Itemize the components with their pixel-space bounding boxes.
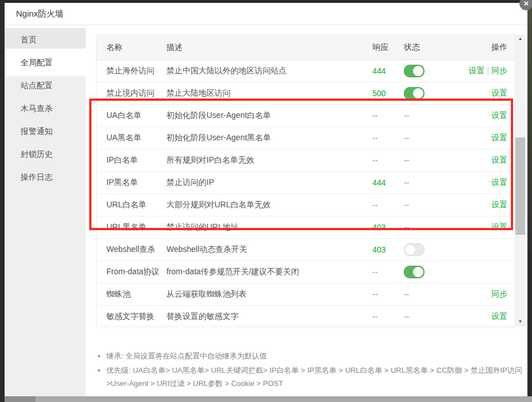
horizontal-scrollbar[interactable] [5, 396, 532, 402]
table-row: 蜘蛛池 从云端获取蜘蛛池列表 -- -- 同步 [97, 283, 515, 306]
rule-name: 蜘蛛池 [97, 289, 166, 299]
table-row: URL白名单 大部分规则对URL白名单无效 -- -- 设置 [97, 194, 515, 216]
scrollbar-thumb[interactable] [515, 137, 525, 235]
rule-name: 禁止境内访问 [97, 88, 166, 98]
response-code: -- [372, 111, 378, 120]
rule-name: 敏感文字替换 [97, 312, 166, 322]
sync-link[interactable]: 同步 [491, 66, 507, 75]
rule-name: UA白名单 [97, 111, 166, 121]
status-empty: -- [404, 156, 409, 165]
rule-name: IP黑名单 [97, 178, 166, 188]
settings-link[interactable]: 设置 [491, 133, 507, 142]
column-header-status: 状态 [401, 42, 461, 53]
close-icon: × [524, 0, 529, 8]
settings-link[interactable]: 设置 [491, 200, 507, 209]
rule-name: URL黑名单 [97, 222, 166, 232]
status-empty: -- [404, 111, 409, 120]
rules-table: 名称 描述 响应 状态 操作 禁止海外访问 禁止中国大陆以外的地区访问站点 44… [96, 34, 515, 326]
settings-link[interactable]: 设置 [491, 88, 507, 97]
table-row: 禁止境内访问 禁止大陆地区访问 500 设置 [97, 82, 515, 105]
rule-desc: 初始化阶段User-Agent白名单 [166, 111, 364, 121]
sidebar-item-alert-notify[interactable]: 报警通知 [5, 120, 86, 143]
horizontal-scrollbar-thumb[interactable] [5, 396, 35, 402]
table-header-row: 名称 描述 响应 状态 操作 [97, 35, 515, 60]
rule-desc: 初始化阶段User-Agent黑名单 [166, 133, 364, 143]
status-toggle[interactable] [404, 65, 424, 77]
settings-link[interactable]: 设置 [491, 178, 507, 187]
column-header-action: 操作 [461, 42, 515, 53]
rule-desc: 禁止访问的IP [166, 178, 364, 188]
rule-desc: 禁止大陆地区访问 [166, 88, 364, 98]
rule-name: 禁止海外访问 [97, 66, 166, 76]
rule-desc: 替换设置的敏感文字 [166, 312, 364, 322]
settings-link[interactable]: 设置 [469, 66, 485, 75]
note-inherit: 继承: 全局设置将在站点配置中自动继承为默认值 [106, 349, 530, 362]
response-code: 500 [372, 89, 386, 98]
table-row: UA黑名单 初始化阶段User-Agent黑名单 -- -- 设置 [97, 127, 515, 149]
settings-link[interactable]: 设置 [491, 155, 507, 164]
table-row: 禁止海外访问 禁止中国大陆以外的地区访问站点 444 设置|同步 [97, 60, 515, 82]
sidebar-item-site-config[interactable]: 站点配置 [5, 74, 86, 97]
rule-name: From-data协议 [97, 267, 166, 277]
sidebar-item-operation-log[interactable]: 操作日志 [5, 165, 86, 188]
scroll-up-arrow-icon[interactable]: ▲ [515, 34, 525, 44]
status-empty: -- [404, 223, 409, 232]
rule-name: Webshell查杀 [97, 245, 166, 255]
response-code: -- [372, 133, 378, 143]
browser-viewport: × Nginx防火墙 首页 全局配置 站点配置 木马查杀 报警通知 封锁历史 操… [0, 0, 532, 402]
settings-link[interactable]: 设置 [491, 312, 507, 321]
modal-titlebar: Nginx防火墙 [5, 3, 527, 25]
status-empty: -- [404, 290, 409, 299]
footer-notes: 继承: 全局设置将在站点配置中自动继承为默认值 优先级: UA白名单> UA黑名… [94, 349, 530, 391]
settings-link[interactable]: 设置 [491, 111, 507, 120]
sidebar-item-trojan-scan[interactable]: 木马查杀 [5, 97, 86, 120]
response-code: -- [372, 312, 378, 321]
rule-desc: 所有规则对IP白名单无效 [166, 155, 364, 165]
table-row: UA白名单 初始化阶段User-Agent白名单 -- -- 设置 [97, 105, 515, 127]
status-empty: -- [404, 178, 409, 187]
sidebar-item-global-config[interactable]: 全局配置 [5, 51, 86, 74]
column-header-name: 名称 [97, 42, 166, 53]
status-empty: -- [404, 200, 409, 210]
rule-name: URL白名单 [97, 200, 166, 210]
scroll-down-arrow-icon[interactable]: ▼ [515, 317, 525, 326]
response-code: 444 [372, 178, 386, 187]
sidebar: 首页 全局配置 站点配置 木马查杀 报警通知 封锁历史 操作日志 [5, 25, 86, 396]
table-row: 敏感文字替换 替换设置的敏感文字 -- -- 设置 [97, 306, 515, 328]
sync-link[interactable]: 同步 [491, 289, 507, 298]
sidebar-item-home[interactable]: 首页 [5, 28, 86, 51]
table-row: From-data协议 from-data传参规范开关/建议不要关闭 -- [97, 261, 515, 283]
settings-link[interactable]: 设置 [491, 222, 507, 231]
nginx-firewall-modal: × Nginx防火墙 首页 全局配置 站点配置 木马查杀 报警通知 封锁历史 操… [5, 3, 527, 396]
rules-table-wrap: 名称 描述 响应 状态 操作 禁止海外访问 禁止中国大陆以外的地区访问站点 44… [96, 34, 525, 326]
modal-title: Nginx防火墙 [16, 9, 63, 18]
response-code: -- [372, 290, 378, 299]
rule-name: IP白名单 [97, 155, 166, 165]
status-toggle[interactable] [404, 87, 424, 100]
rule-desc: 从云端获取蜘蛛池列表 [166, 289, 364, 299]
response-code: -- [372, 200, 378, 210]
table-vertical-scrollbar[interactable]: ▲ ▼ [515, 34, 525, 326]
table-row: Webshell查杀 Webshell动态查杀开关 403 [97, 239, 515, 261]
response-code: 403 [372, 245, 386, 254]
content-area: 名称 描述 响应 状态 操作 禁止海外访问 禁止中国大陆以外的地区访问站点 44… [86, 25, 527, 396]
response-code: 403 [372, 223, 386, 232]
column-header-response: 响应 [364, 42, 401, 53]
response-code: -- [372, 156, 378, 165]
rule-desc: from-data传参规范开关/建议不要关闭 [166, 267, 364, 277]
rule-desc: 禁止访问的URL地址 [166, 222, 364, 232]
column-header-desc: 描述 [166, 42, 364, 53]
page-background-edge [527, 3, 532, 255]
status-empty: -- [404, 133, 409, 143]
action-separator: | [487, 66, 489, 75]
rule-desc: 禁止中国大陆以外的地区访问站点 [166, 66, 364, 76]
rule-name: UA黑名单 [97, 133, 166, 143]
rule-desc: Webshell动态查杀开关 [166, 245, 364, 255]
status-toggle[interactable] [404, 243, 424, 256]
response-code: -- [372, 267, 378, 277]
note-priority: 优先级: UA白名单> UA黑名单> URL关键词拦截> IP白名单 > IP黑… [106, 364, 530, 390]
sidebar-item-block-history[interactable]: 封锁历史 [5, 143, 86, 165]
status-toggle[interactable] [404, 266, 424, 278]
status-empty: -- [404, 312, 409, 321]
modal-body: 首页 全局配置 站点配置 木马查杀 报警通知 封锁历史 操作日志 名称 描述 响… [5, 25, 527, 396]
